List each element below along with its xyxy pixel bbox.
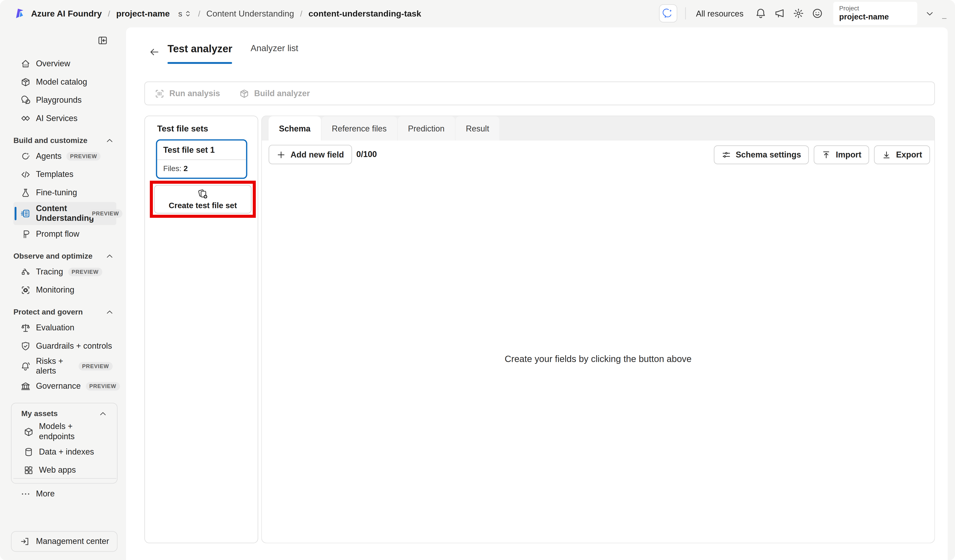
create-test-file-set-label: Create test file set xyxy=(169,201,237,210)
governance-icon xyxy=(20,382,30,392)
ai-services-icon xyxy=(20,114,30,123)
sidebar-item-data-indexes[interactable]: Data + indexes xyxy=(17,443,113,461)
build-analyzer-button: Build analyzer xyxy=(240,89,310,98)
sidebar-item-governance[interactable]: GovernancePREVIEW xyxy=(13,377,116,396)
tab-schema[interactable]: Schema xyxy=(269,116,321,141)
breadcrumb-separator: / xyxy=(192,9,207,18)
sidebar-section-title: Build and customize xyxy=(13,136,88,145)
sidebar-item-label: Risks + alerts xyxy=(36,357,74,376)
main-content: Test analyzerAnalyzer list Run analysisB… xyxy=(126,27,948,560)
tab-prediction[interactable]: Prediction xyxy=(398,116,455,141)
breadcrumb-section[interactable]: Content Understanding xyxy=(207,9,294,18)
schema-settings-button[interactable]: Schema settings xyxy=(714,145,809,164)
guardrails-icon xyxy=(20,341,30,351)
sidebar-item-label: Governance xyxy=(36,382,81,392)
bell-icon[interactable] xyxy=(755,8,766,19)
sidebar-section-title: Protect and govern xyxy=(13,308,83,317)
chevron-up-icon[interactable] xyxy=(105,136,114,145)
sidebar-item-overview[interactable]: Overview xyxy=(13,55,116,73)
chevron-up-icon[interactable] xyxy=(99,410,107,418)
project-selector[interactable]: Project project-name xyxy=(833,2,917,25)
add-new-field-label: Add new field xyxy=(291,150,344,159)
sidebar-item-evaluation[interactable]: Evaluation xyxy=(13,319,116,337)
sidebar-item-label: Guardrails + controls xyxy=(36,341,112,351)
sidebar-item-monitoring[interactable]: Monitoring xyxy=(13,281,116,299)
breadcrumb-task[interactable]: content-understanding-task xyxy=(308,9,421,18)
sidebar-item-label: AI Services xyxy=(36,114,78,124)
chevron-updown-icon[interactable] xyxy=(184,9,192,17)
smiley-icon[interactable] xyxy=(812,8,823,19)
sidebar-item-label: Evaluation xyxy=(36,323,75,333)
models-endpoints-icon xyxy=(24,427,33,437)
copilot-button[interactable] xyxy=(659,4,677,23)
breadcrumb-project[interactable]: project-name xyxy=(116,9,170,18)
sidebar-section-build-and-customize[interactable]: Build and customize xyxy=(13,136,116,145)
sidebar-section-protect-and-govern[interactable]: Protect and govern xyxy=(13,308,116,317)
field-counter: 0/100 xyxy=(356,150,377,159)
sidebar-item-content-understanding[interactable]: Content UnderstandingPREVIEW xyxy=(13,202,116,225)
tab-result[interactable]: Result xyxy=(456,116,499,141)
templates-icon xyxy=(20,170,30,179)
schema-toolbar-right: Schema settings Import Export xyxy=(714,145,930,164)
empty-state-text: Create your fields by clicking the butto… xyxy=(262,353,934,364)
run-analysis-label: Run analysis xyxy=(169,89,220,98)
preview-badge: PREVIEW xyxy=(88,209,122,218)
sidebar-item-agents[interactable]: AgentsPREVIEW xyxy=(13,147,116,165)
back-arrow-icon[interactable] xyxy=(149,47,160,57)
sidebar-section-observe-and-optimize[interactable]: Observe and optimize xyxy=(13,252,116,261)
collapse-sidebar-icon[interactable] xyxy=(97,35,108,46)
sidebar-item-model-catalog[interactable]: Model catalog xyxy=(13,73,116,91)
tab-reference-files[interactable]: Reference files xyxy=(321,116,397,141)
create-test-file-set-button[interactable]: Create test file set xyxy=(154,185,251,214)
evaluation-icon xyxy=(20,323,30,333)
megaphone-icon[interactable] xyxy=(774,8,785,19)
sidebar-item-prompt-flow[interactable]: Prompt flow xyxy=(13,225,116,243)
sidebar-item-web-apps[interactable]: Web apps xyxy=(17,461,113,479)
content-tabs: SchemaReference filesPredictionResult xyxy=(262,116,934,141)
sidebar-section-title: My assets xyxy=(21,410,58,418)
all-resources-link[interactable]: All resources xyxy=(696,9,744,18)
tab-test-analyzer[interactable]: Test analyzer xyxy=(168,43,232,64)
sidebar-item-label: Content Understanding xyxy=(36,204,88,223)
test-file-set-files: Files: 2 xyxy=(157,160,246,178)
test-file-set-card[interactable]: Test file set 1Files: 2 xyxy=(156,139,247,179)
sidebar: OverviewModel catalogPlaygroundsAI Servi… xyxy=(0,27,126,560)
project-selector-value: project-name xyxy=(839,12,911,21)
preview-badge: PREVIEW xyxy=(78,362,113,371)
chevron-up-icon[interactable] xyxy=(105,308,114,317)
export-button[interactable]: Export xyxy=(874,145,930,164)
sidebar-item-templates[interactable]: Templates xyxy=(13,165,116,184)
sidebar-item-label: Agents xyxy=(36,151,62,161)
playgrounds-icon xyxy=(20,95,30,105)
tab-analyzer-list[interactable]: Analyzer list xyxy=(250,43,298,64)
chevron-up-icon[interactable] xyxy=(105,252,114,261)
breadcrumb: Azure AI Foundry / project-name s / Cont… xyxy=(0,7,421,19)
agents-icon xyxy=(20,151,30,161)
sidebar-nav: OverviewModel catalogPlaygroundsAI Servi… xyxy=(0,55,126,484)
sidebar-item-tracing[interactable]: TracingPREVIEW xyxy=(13,263,116,281)
sidebar-group-my-assets: My assetsModels + endpointsData + indexe… xyxy=(11,403,117,484)
content-understanding-icon xyxy=(20,209,30,218)
sidebar-item-risks-alerts[interactable]: Risks + alertsPREVIEW xyxy=(13,355,116,377)
monitoring-icon xyxy=(20,285,30,295)
sidebar-item-ai-services[interactable]: AI Services xyxy=(13,109,116,128)
web-apps-icon xyxy=(24,465,33,475)
chevron-down-icon[interactable] xyxy=(925,9,934,18)
model-catalog-icon xyxy=(20,77,30,87)
import-button[interactable]: Import xyxy=(814,145,869,164)
gear-icon[interactable] xyxy=(793,8,804,19)
plus-icon xyxy=(277,150,286,159)
schema-body: Add new field 0/100 Schema settings Impo… xyxy=(262,140,934,543)
sidebar-section-my-assets[interactable]: My assets xyxy=(21,410,110,418)
sidebar-item-fine-tuning[interactable]: Fine-tuning xyxy=(13,184,116,202)
preview-badge: PREVIEW xyxy=(86,382,120,391)
data-indexes-icon xyxy=(24,447,33,457)
sidebar-item-more[interactable]: More xyxy=(13,485,116,503)
add-new-field-button[interactable]: Add new field xyxy=(269,145,352,164)
sidebar-item-playgrounds[interactable]: Playgrounds xyxy=(13,91,116,109)
sidebar-item-models-endpoints[interactable]: Models + endpoints xyxy=(17,421,113,443)
management-center-button[interactable]: Management center xyxy=(11,531,117,551)
build-analyzer-label: Build analyzer xyxy=(254,89,310,98)
sidebar-item-guardrails-controls[interactable]: Guardrails + controls xyxy=(13,337,116,356)
product-name[interactable]: Azure AI Foundry xyxy=(31,9,102,18)
